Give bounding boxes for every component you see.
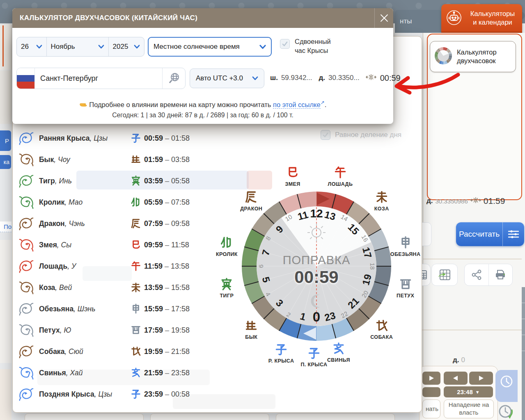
hanzi-卯	[128, 196, 144, 208]
longitude-value: 30.3350986	[436, 198, 468, 205]
hanzi-丑	[128, 154, 144, 165]
twin-rat-checkbox[interactable]	[280, 39, 290, 49]
hour-row-early-rat: Ранняя Крыса, Цзы00:59–01:58	[15, 128, 225, 149]
sun-transit-icon	[365, 73, 377, 83]
dial-label-СОБАКА: СОБАКА	[362, 319, 401, 340]
animal-name: Поздняя Крыса, Цзы	[39, 390, 128, 399]
step-forward-button-partial[interactable]	[422, 372, 440, 385]
settings-sliders-icon	[503, 229, 524, 240]
time-mode-select[interactable]: Местное солнечное время	[148, 37, 272, 57]
animal-name: Петух, Ю	[39, 326, 128, 335]
dropdown-arrow-icon: ▼	[475, 390, 480, 395]
hour-row-dog: Собака, Сюй19:59–21:58	[15, 341, 225, 362]
animal-name: Свинья, Хай	[39, 369, 128, 377]
step-back-button[interactable]	[444, 372, 468, 385]
two-hour-calculator-dialog: КАЛЬКУЛЯТОР ДВУХЧАСОВОК (КИТАЙСКИЙ ЧАС) …	[12, 8, 393, 124]
dial-label-ЗМЕЯ: ЗМЕЯ	[273, 166, 312, 187]
background-button-fragment: Р	[0, 130, 11, 151]
longitude-label: д.	[319, 74, 326, 82]
hour-row-goat: Коза, Вей13:59–15:58	[15, 277, 225, 298]
tab-calculators-label: Калькуляторы и календари	[466, 9, 519, 26]
month-select[interactable]: Ноябрь	[46, 37, 108, 56]
clock-tab[interactable]	[495, 370, 518, 402]
hour-row-horse: Лошадь, У11:59–13:58	[15, 256, 225, 277]
share-button[interactable]	[465, 264, 488, 285]
clock-icon	[499, 374, 514, 389]
time-range: 21:59–23:58	[144, 369, 190, 377]
info-line: Подробнее о влиянии времени на карту мож…	[12, 100, 393, 109]
time-range: 09:59–11:58	[144, 241, 189, 249]
robot-icon	[445, 8, 463, 28]
hour-table: Ранняя Крыса, Цзы00:59–01:58Бык, Чоу01:5…	[15, 128, 225, 405]
background-button	[276, 413, 395, 420]
coordinates-readout: ш. 59.9342... д. 30.3350... 00:59	[270, 73, 401, 83]
day-select[interactable]: 26	[17, 37, 46, 56]
animal-name: Обезьяна, Шэнь	[39, 305, 128, 313]
animal-name: Дракон, Чэнь	[39, 219, 128, 228]
close-button[interactable]	[374, 8, 393, 28]
page-scroll-strip[interactable]	[522, 287, 525, 420]
utc-select[interactable]: Авто UTC +3.0	[190, 68, 264, 88]
clock-refresh-icon[interactable]	[497, 403, 515, 420]
tab-calculators[interactable]: Калькуляторы и календари	[441, 4, 522, 33]
dial-label-СВИНЬЯ: СВИНЬЯ	[319, 342, 358, 363]
sun-transit-icon	[470, 196, 481, 206]
animal-name: Лошадь, У	[39, 262, 128, 271]
early-rat-icon	[17, 130, 36, 147]
hour-row-rabbit: Кролик, Мао05:59–07:58	[15, 192, 225, 213]
hour-row-snake: Змея, Сы09:59–11:58	[15, 234, 225, 256]
time-range: 15:59–17:58	[144, 305, 190, 313]
hour-row-dragon: Дракон, Чэнь07:59–09:58	[15, 213, 225, 234]
hour-row-ox: Бык, Чоу01:59–03:58	[15, 149, 225, 170]
chevron-down-icon	[36, 45, 42, 49]
export-table-button[interactable]	[431, 264, 458, 286]
equal-division-label: Равное деление дня	[335, 131, 401, 139]
dial-label-ДРАКОН: ДРАКОН	[232, 190, 271, 211]
animal-name: Змея, Сы	[39, 241, 128, 249]
step-forward-button[interactable]	[469, 372, 493, 385]
background-button-fragment: ка	[0, 155, 11, 169]
screen: нты Калькуляторы и календари Калькулятор…	[0, 0, 525, 420]
chip-label: Калькулятор двухчасовок	[457, 48, 512, 65]
two-hour-calculator-chip[interactable]: Калькулятор двухчасовок	[430, 41, 516, 72]
hanzi-辰	[128, 218, 144, 229]
hanzi-戌	[128, 346, 144, 357]
info-link[interactable]: по этой ссылке	[273, 101, 321, 109]
time-range: 03:59–05:58	[144, 177, 190, 185]
city-field: Санкт-Петербург	[16, 68, 186, 89]
hour-row-rooster: Петух, Ю17:59–19:58	[15, 320, 225, 341]
dog-icon	[17, 343, 36, 360]
dial-hour-18: 18	[369, 263, 376, 270]
tab-tools-label: нты	[400, 17, 412, 25]
rabbit-icon	[17, 194, 36, 211]
background-button	[150, 413, 269, 420]
calculate-button[interactable]: Рассчитать	[456, 222, 524, 246]
dial-label-БЫК: БЫК	[232, 319, 271, 340]
event-button-partial[interactable]: нать	[422, 399, 440, 418]
dial-hour-6: 6	[257, 265, 264, 268]
city-input[interactable]: Санкт-Петербург	[35, 74, 162, 83]
tab-tools-partial[interactable]: нты	[395, 10, 442, 33]
dialog-header: КАЛЬКУЛЯТОР ДВУХЧАСОВОК (КИТАЙСКИЙ ЧАС)	[12, 8, 393, 28]
hanzi-午	[128, 260, 144, 272]
globe-search-button[interactable]	[162, 68, 185, 89]
time-select-button[interactable]: 23:48 ▼	[444, 386, 493, 397]
time-button-partial[interactable]	[422, 387, 440, 397]
rooster-icon	[17, 322, 36, 339]
dragon-icon	[17, 215, 36, 232]
hanzi-巳	[128, 239, 144, 250]
longitude-value: 30.3350...	[328, 74, 360, 82]
dial-label-КРОЛИК: КРОЛИК	[207, 235, 246, 257]
dialog-title: КАЛЬКУЛЯТОР ДВУХЧАСОВОК (КИТАЙСКИЙ ЧАС)	[12, 14, 374, 22]
year-select[interactable]: 2025	[108, 37, 144, 56]
monkey-icon	[17, 300, 36, 317]
close-icon	[379, 13, 389, 23]
dial-label-ЛОШАДЬ: ЛОШАДЬ	[321, 166, 360, 187]
print-button[interactable]	[488, 264, 513, 285]
animal-name: Бык, Чоу	[39, 155, 128, 164]
event-button[interactable]: Нападение навласть	[444, 399, 494, 418]
equal-division-checkbox[interactable]	[321, 130, 330, 140]
time-range: 07:59–09:58	[144, 219, 190, 228]
share-print-group	[464, 264, 513, 286]
time-range: 01:59–03:58	[144, 155, 190, 164]
